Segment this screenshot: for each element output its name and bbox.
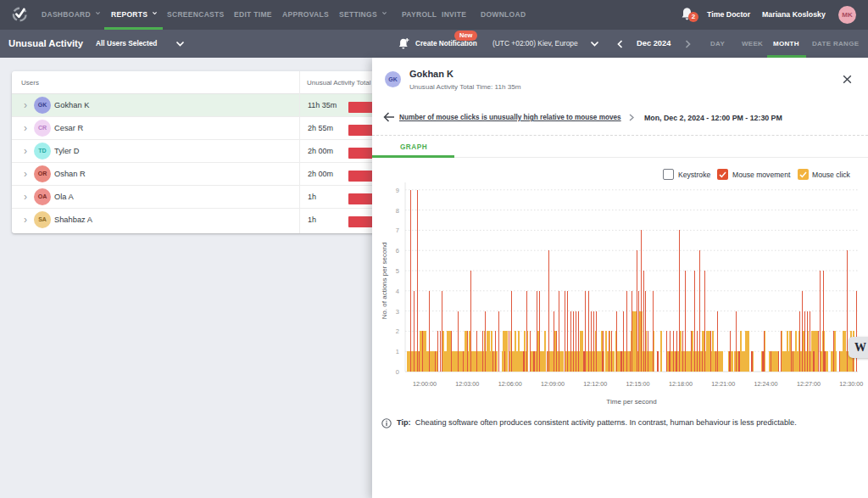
svg-text:12:21:00: 12:21:00 bbox=[711, 380, 735, 388]
svg-text:4: 4 bbox=[396, 288, 399, 295]
svg-text:12:30:00: 12:30:00 bbox=[839, 380, 863, 388]
svg-text:12:09:00: 12:09:00 bbox=[541, 380, 565, 388]
svg-text:12:24:00: 12:24:00 bbox=[754, 380, 778, 388]
svg-text:8: 8 bbox=[396, 207, 399, 215]
svg-text:5: 5 bbox=[396, 267, 399, 275]
svg-text:No. of actions per second: No. of actions per second bbox=[381, 243, 388, 320]
svg-text:12:03:00: 12:03:00 bbox=[455, 380, 479, 388]
svg-text:Time per second: Time per second bbox=[606, 398, 656, 406]
svg-text:12:00:00: 12:00:00 bbox=[413, 380, 437, 388]
svg-text:3: 3 bbox=[396, 308, 399, 316]
svg-text:1: 1 bbox=[396, 348, 399, 355]
svg-text:7: 7 bbox=[396, 227, 399, 234]
svg-text:9: 9 bbox=[396, 187, 399, 194]
svg-text:0: 0 bbox=[396, 368, 399, 376]
svg-text:12:06:00: 12:06:00 bbox=[498, 380, 522, 388]
svg-text:6: 6 bbox=[396, 247, 399, 255]
svg-text:12:15:00: 12:15:00 bbox=[626, 380, 650, 388]
svg-text:2: 2 bbox=[396, 327, 399, 335]
svg-text:12:18:00: 12:18:00 bbox=[669, 380, 693, 388]
svg-text:12:12:00: 12:12:00 bbox=[583, 380, 607, 388]
svg-text:12:27:00: 12:27:00 bbox=[797, 380, 821, 388]
